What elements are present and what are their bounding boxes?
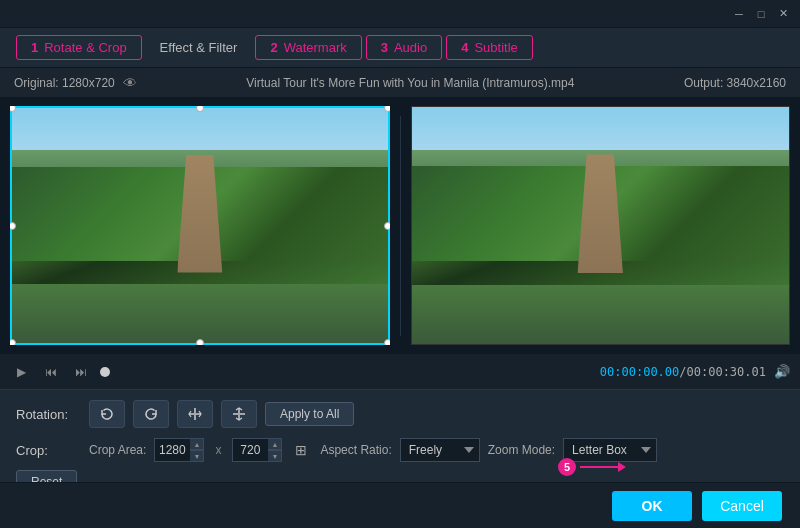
crop-width-up[interactable]: ▲ [190, 438, 204, 450]
center-crop-icon[interactable]: ⊞ [290, 439, 312, 461]
flip-vertical-btn[interactable] [221, 400, 257, 428]
ok-button[interactable]: OK [612, 491, 692, 521]
annotation-arrow-5 [580, 466, 620, 468]
title-bar: ─ □ ✕ [0, 0, 800, 28]
crop-handle-bl[interactable] [10, 339, 16, 345]
crop-handle-mr[interactable] [384, 222, 390, 230]
aspect-ratio-label: Aspect Ratio: [320, 443, 391, 457]
crop-handle-bm[interactable] [196, 339, 204, 345]
rotation-label: Rotation: [16, 407, 81, 422]
crop-area-label: Crop Area: [89, 443, 146, 457]
tab-audio[interactable]: 3 Audio [366, 35, 442, 60]
annotation-number-5: 5 [558, 458, 576, 476]
tab-audio-label: Audio [394, 40, 427, 55]
preview-left [10, 106, 390, 345]
next-frame-button[interactable]: ⏭ [70, 361, 92, 383]
ground-right [412, 285, 790, 344]
tab-subtitle-label: Subtitle [474, 40, 517, 55]
preview-divider [400, 116, 401, 336]
annotation-5: 5 [558, 458, 620, 476]
crop-height-down[interactable]: ▼ [268, 450, 282, 462]
tab-effect-filter[interactable]: Effect & Filter [146, 36, 252, 59]
crop-height-wrap: ▲ ▼ [232, 438, 282, 462]
tab-rotate-crop[interactable]: 1 Rotate & Crop [16, 35, 142, 60]
preview-area [0, 98, 800, 353]
crop-row: Crop: Crop Area: ▲ ▼ x ▲ ▼ ⊞ Aspect Rati… [16, 438, 784, 462]
video-thumb-left [10, 106, 390, 345]
original-resolution: Original: 1280x720 [14, 76, 115, 90]
timeline-scrubber[interactable] [100, 367, 110, 377]
tab-rotate-crop-label: Rotate & Crop [44, 40, 126, 55]
maximize-button[interactable]: □ [752, 5, 770, 23]
x-separator: x [215, 443, 221, 457]
timeline-controls: ▶ ⏮ ⏭ 00:00:00.00/00:00:30.01 🔊 [0, 353, 800, 389]
tab-bar: 1 Rotate & Crop Effect & Filter 2 Waterm… [0, 28, 800, 68]
video-thumb-right [411, 106, 791, 345]
minimize-button[interactable]: ─ [730, 5, 748, 23]
crop-height-up[interactable]: ▲ [268, 438, 282, 450]
thumb-content-left [12, 108, 388, 343]
ground-left [12, 284, 388, 343]
flip-horizontal-btn[interactable] [177, 400, 213, 428]
info-bar: Original: 1280x720 👁 Virtual Tour It's M… [0, 68, 800, 98]
preview-right [411, 106, 791, 345]
crop-height-spinners: ▲ ▼ [268, 438, 282, 462]
cancel-button[interactable]: Cancel [702, 491, 782, 521]
rotation-row: Rotation: Apply to All [16, 400, 784, 428]
output-resolution: Output: 3840x2160 [684, 76, 786, 90]
crop-handle-br[interactable] [384, 339, 390, 345]
aspect-ratio-select[interactable]: Freely 16:9 4:3 1:1 9:16 [400, 438, 480, 462]
prev-frame-button[interactable]: ⏮ [40, 361, 62, 383]
rotate-left-btn[interactable] [89, 400, 125, 428]
crop-width-wrap: ▲ ▼ [154, 438, 204, 462]
close-button[interactable]: ✕ [774, 5, 792, 23]
apply-to-all-button[interactable]: Apply to All [265, 402, 354, 426]
filename: Virtual Tour It's More Fun with You in M… [246, 76, 574, 90]
crop-width-spinners: ▲ ▼ [190, 438, 204, 462]
tab-subtitle[interactable]: 4 Subtitle [446, 35, 533, 60]
crop-width-down[interactable]: ▼ [190, 450, 204, 462]
tab-number-1: 1 [31, 40, 38, 55]
zoom-mode-label: Zoom Mode: [488, 443, 555, 457]
thumb-content-right [412, 107, 790, 344]
crop-label: Crop: [16, 443, 81, 458]
eye-icon[interactable]: 👁 [123, 75, 137, 91]
tab-number-2: 2 [270, 40, 277, 55]
volume-icon[interactable]: 🔊 [774, 364, 790, 379]
bottom-bar: OK Cancel [0, 482, 800, 528]
current-time: 00:00:00.00/00:00:30.01 [600, 365, 766, 379]
tab-watermark-label: Watermark [284, 40, 347, 55]
tab-effect-filter-label: Effect & Filter [160, 40, 238, 55]
rotate-right-btn[interactable] [133, 400, 169, 428]
tab-number-3: 3 [381, 40, 388, 55]
tab-watermark[interactable]: 2 Watermark [255, 35, 361, 60]
tab-number-4: 4 [461, 40, 468, 55]
play-button[interactable]: ▶ [10, 361, 32, 383]
